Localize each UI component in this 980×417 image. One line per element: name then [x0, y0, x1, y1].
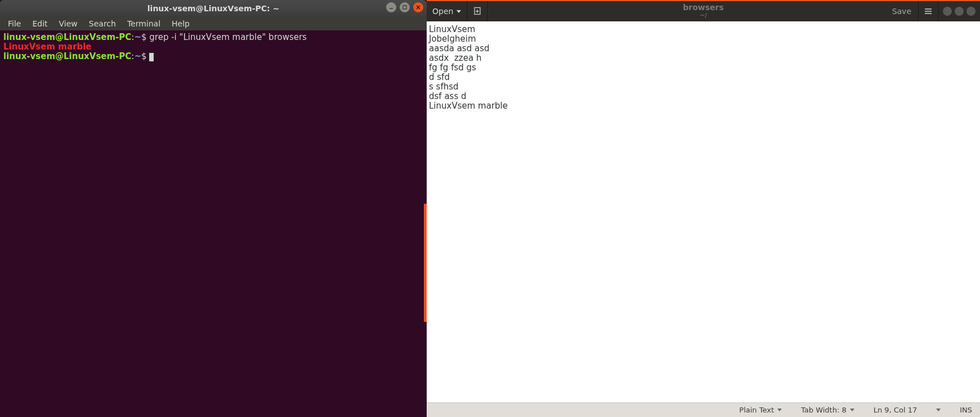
status-tabwidth-label: Tab Width: 8 [801, 406, 847, 414]
terminal-content[interactable]: linux-vsem@LinuxVsem-PC:~$ grep -i "Linu… [0, 30, 427, 417]
status-language[interactable]: Plain Text [739, 406, 782, 414]
close-button[interactable] [413, 2, 423, 12]
chevron-down-icon[interactable] [936, 409, 941, 411]
minimize-button[interactable] [943, 7, 952, 16]
maximize-button[interactable] [400, 2, 410, 12]
prompt-char: $ [141, 51, 147, 61]
terminal-window-controls [386, 2, 423, 12]
menu-help[interactable]: Help [166, 17, 195, 30]
prompt-user: linux-vsem@LinuxVsem-PC [3, 51, 131, 61]
editor-line: d sfd [429, 72, 450, 82]
menu-terminal[interactable]: Terminal [122, 17, 166, 30]
prompt-path: ~ [134, 32, 141, 42]
open-button[interactable]: Open [427, 1, 467, 21]
editor-line: asdx zzea h [429, 53, 481, 63]
terminal-window: linux-vsem@LinuxVsem-PC: ~ File Edit Vie… [0, 0, 427, 417]
new-document-icon [473, 7, 482, 16]
close-button[interactable] [966, 7, 975, 16]
chevron-down-icon [850, 409, 854, 411]
status-insert-label: INS [960, 406, 972, 414]
menu-file[interactable]: File [2, 17, 26, 30]
editor-line: fg fg fsd gs [429, 62, 476, 73]
svg-rect-1 [403, 6, 406, 9]
editor-window-controls [938, 7, 980, 16]
minimize-button[interactable] [386, 2, 396, 12]
editor-line: dsf ass d [429, 91, 467, 101]
editor-line: aasda asd asd [429, 43, 490, 53]
status-position-label: Ln 9, Col 17 [874, 406, 917, 414]
editor-window: Open browsers ~/ Save [427, 0, 980, 417]
menu-search[interactable]: Search [83, 17, 122, 30]
new-document-button[interactable] [467, 1, 487, 21]
editor-line: s sfhsd [429, 82, 459, 92]
chevron-down-icon [457, 10, 461, 13]
terminal-menubar: File Edit View Search Terminal Help [0, 17, 427, 30]
header-right-controls: Save [885, 1, 980, 21]
chevron-down-icon [777, 409, 782, 411]
editor-statusbar: Plain Text Tab Width: 8 Ln 9, Col 17 INS [427, 402, 980, 417]
menu-button[interactable] [918, 1, 938, 21]
maximize-button[interactable] [955, 7, 964, 16]
status-cursor-position[interactable]: Ln 9, Col 17 [874, 406, 917, 414]
prompt-char: $ [141, 32, 147, 42]
header-left-controls: Open [427, 1, 487, 21]
terminal-cursor [149, 53, 154, 61]
editor-line: LinuxVsem [429, 24, 475, 34]
editor-text-area[interactable]: LinuxVsem Jobelgheim aasda asd asd asdx … [427, 21, 980, 402]
editor-headerbar[interactable]: Open browsers ~/ Save [427, 1, 980, 21]
open-label: Open [432, 7, 453, 16]
save-button[interactable]: Save [885, 1, 918, 21]
hamburger-icon [924, 8, 932, 15]
menu-edit[interactable]: Edit [26, 17, 53, 30]
status-tab-width[interactable]: Tab Width: 8 [801, 406, 854, 414]
prompt-path: ~ [134, 51, 141, 61]
menu-view[interactable]: View [53, 17, 83, 30]
grep-match-output: LinuxVsem marble [3, 42, 92, 52]
status-insert-mode[interactable]: INS [960, 406, 972, 414]
editor-line: LinuxVsem marble [429, 101, 508, 111]
active-window-indicator [424, 204, 427, 322]
editor-line: Jobelgheim [429, 34, 476, 44]
prompt-user: linux-vsem@LinuxVsem-PC [3, 32, 131, 42]
terminal-titlebar[interactable]: linux-vsem@LinuxVsem-PC: ~ [0, 0, 427, 17]
terminal-command: grep -i "LinuxVsem marble" browsers [149, 32, 307, 42]
status-language-label: Plain Text [739, 406, 774, 414]
terminal-title: linux-vsem@LinuxVsem-PC: ~ [0, 4, 427, 13]
